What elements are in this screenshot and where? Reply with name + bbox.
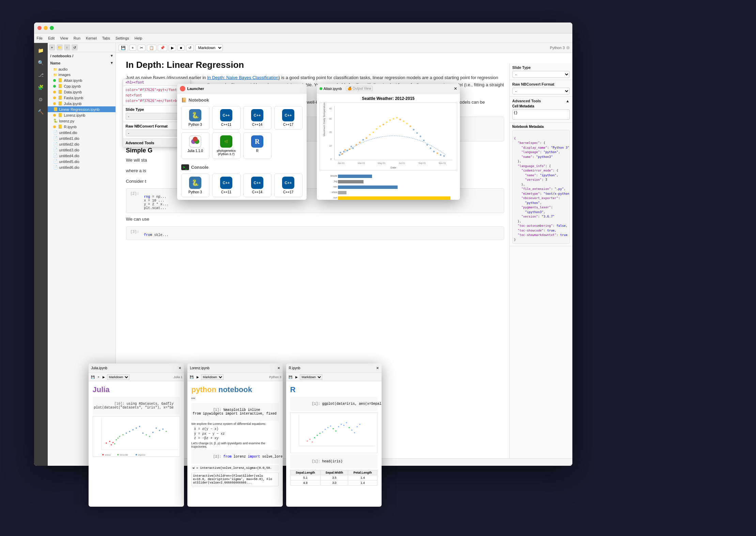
cpp14-kernel-item[interactable]: C++ C++14 <box>243 106 272 130</box>
naive-bayes-link[interactable]: In Depth: Naive Bayes Classification <box>207 75 279 80</box>
phylo-kernel-item[interactable]: 🌿 phylogenetics (Python 3.7) <box>212 132 241 159</box>
status-dot <box>53 102 56 105</box>
upload-button[interactable]: ↑ <box>64 44 70 50</box>
search-icon[interactable]: 🔍 <box>36 58 46 68</box>
lorenz-cell-type[interactable]: Markdown <box>201 374 223 380</box>
sidebar-item-lorenz-py[interactable]: 🐍 lorenz.py <box>48 118 115 124</box>
maximize-button[interactable] <box>50 26 54 30</box>
console-python3-item[interactable]: 🐍 Python 3 <box>181 174 210 197</box>
run-button[interactable]: ▶ <box>169 45 176 51</box>
extensions-icon[interactable]: 🧩 <box>36 83 46 92</box>
cell-metadata-textarea[interactable]: {} <box>512 109 570 120</box>
sidebar-item-cpp[interactable]: 📒 Cpp.ipynb <box>48 83 115 89</box>
sidebar-item-untitled4[interactable]: 📄 untitled4.dio <box>48 153 115 159</box>
menu-run[interactable]: Run <box>74 36 80 40</box>
menu-tabs[interactable]: Tabs <box>102 36 110 40</box>
advanced-tools-header[interactable]: Advanced Tools ▲ <box>512 99 570 103</box>
minimize-button[interactable] <box>44 26 48 30</box>
new-folder-button[interactable]: 📁 <box>57 44 63 50</box>
sidebar-item-untitled5[interactable]: 📄 untitled5.dio <box>48 159 115 164</box>
lorenz-code-2[interactable]: [2]: from lorenz import solve_lorenz <box>191 450 279 464</box>
julia-code-cell[interactable]: [10]: using RDatasets, Gadfly plot(datas… <box>93 397 180 415</box>
sidebar-item-r[interactable]: 📒 R.ipynb <box>48 124 115 130</box>
altair-close-button[interactable]: ✕ <box>454 86 457 91</box>
console-cpp17-item[interactable]: C++ C++17 <box>274 174 303 197</box>
lorenz-code-3[interactable]: w = interactive(solve_lorenz,sigma=(0.0,… <box>191 465 279 471</box>
sidebar-item-untitled2[interactable]: 📄 untitled2.dio <box>48 141 115 147</box>
console-cpp11-item[interactable]: C++ C++11 <box>212 174 241 197</box>
altair-chart-content: Seattle Weather: 2012-2015 Maximum Daily… <box>317 93 460 200</box>
slide-type-select[interactable]: - <box>512 71 570 78</box>
menu-settings[interactable]: Settings <box>115 36 129 40</box>
build-icon[interactable]: 🔨 <box>36 107 46 117</box>
r-head-output-label[interactable]: [1]: head(iris) <box>290 455 377 468</box>
cpp17-kernel-item[interactable]: C++ C++17 <box>274 106 303 130</box>
new-file-button[interactable]: + <box>49 44 55 50</box>
menu-file[interactable]: File <box>37 36 43 40</box>
menu-help[interactable]: Help <box>135 36 142 40</box>
julia-add-btn[interactable]: + <box>97 375 101 379</box>
svg-point-50 <box>433 151 435 152</box>
lorenz-code-1[interactable]: [1]: %matplotlib inline from ipywidgets … <box>191 403 279 421</box>
close-button[interactable] <box>37 26 42 30</box>
r-save-btn[interactable]: 💾 <box>288 375 293 379</box>
sidebar-item-lorenz[interactable]: 📒 Lorenz.ipynb <box>48 112 115 118</box>
copy-button[interactable]: 📋 <box>147 45 156 51</box>
sidebar-item-untitled[interactable]: 📄 untitled.dio <box>48 130 115 135</box>
launcher-close-button[interactable] <box>180 86 185 91</box>
svg-point-80 <box>119 436 120 437</box>
julia-close-button[interactable]: ✕ <box>179 366 181 370</box>
settings-icon[interactable]: ⚙ <box>36 95 46 104</box>
save-button[interactable]: 💾 <box>119 45 128 51</box>
sidebar-item-linear-regression[interactable]: 📒 Linear Regression.ipynb <box>48 106 115 112</box>
sidebar-item-untitled3[interactable]: 📄 untitled3.dio <box>48 147 115 153</box>
stop-button[interactable]: ■ <box>178 45 185 51</box>
r-notebook: R.ipynb ✕ 💾 ▶ Markdown R [1]: ggplot(dat… <box>286 363 382 507</box>
menu-view[interactable]: View <box>60 36 68 40</box>
sidebar-item-data[interactable]: 📒 Data.ipynb <box>48 89 115 95</box>
python3-kernel-item[interactable]: 🐍 Python 3 <box>181 106 210 130</box>
r-code-1[interactable]: [1]: ggplot(data=iris, aes(x=Sepal.Len <box>290 397 377 411</box>
cell-type-select[interactable]: Markdown Code Raw <box>195 44 223 51</box>
julia-cell-type[interactable]: Markdown <box>107 374 129 380</box>
cpp11-kernel-item[interactable]: C++ C++11 <box>212 106 241 130</box>
folder-icon: 📁 <box>53 68 57 71</box>
r-run-btn[interactable]: ▶ <box>294 375 299 379</box>
svg-point-111 <box>327 427 328 429</box>
r-cell-type[interactable]: Markdown <box>300 374 322 380</box>
r-close-button[interactable]: ✕ <box>376 366 379 370</box>
sidebar-item-julia[interactable]: 📒 Julia.ipynb <box>48 101 115 106</box>
lorenz-run-btn[interactable]: ▶ <box>196 375 200 379</box>
folder-icon[interactable]: 📁 <box>36 46 46 55</box>
lorenz-close-button[interactable]: ✕ <box>277 366 280 370</box>
julia-kernel-item[interactable]: Julia 1.1.0 <box>181 132 210 159</box>
sidebar-item-altair[interactable]: 📒 Altair.ipynb <box>48 77 115 83</box>
cell-code-3[interactable]: from skle... <box>141 227 504 240</box>
lorenz-titlebar: Lorenz.ipynb ✕ <box>187 363 283 373</box>
paste-button[interactable]: 📌 <box>158 45 167 51</box>
lorenz-save-btn[interactable]: 💾 <box>189 375 195 379</box>
menu-kernel[interactable]: Kernel <box>86 36 97 40</box>
slide-type-header[interactable]: Slide Type <box>512 65 570 70</box>
sidebar-item-untitled1[interactable]: 📄 untitled1.dio <box>48 135 115 141</box>
bottom-notebooks-row: Julia.ipynb ✕ 💾 + ▶ Markdown Julia 1 Jul… <box>89 363 382 507</box>
sidebar-item-audio[interactable]: 📁 audio <box>48 66 115 72</box>
refresh-button[interactable]: ↺ <box>72 44 78 50</box>
julia-run-btn[interactable]: ▶ <box>102 375 106 379</box>
menu-edit[interactable]: Edit <box>48 36 55 40</box>
julia-save-btn[interactable]: 💾 <box>90 375 96 379</box>
notebook-metadata-json[interactable]: { "kernelspec": { "display_name": "Pytho… <box>512 130 570 244</box>
raw-nbconvert-select[interactable]: - <box>512 88 570 94</box>
sidebar-item-images[interactable]: 📁 images <box>48 72 115 77</box>
menu-bar: File Edit View Run Kernel Tabs Settings … <box>34 33 572 43</box>
add-cell-button[interactable]: + <box>129 45 136 51</box>
console-cpp14-item[interactable]: C++ C++14 <box>243 174 272 197</box>
cut-button[interactable]: ✂ <box>138 45 145 51</box>
console-python3-label: Python 3 <box>188 190 202 194</box>
sidebar-item-fasta[interactable]: 📒 Fasta.ipynb <box>48 95 115 101</box>
git-icon[interactable]: ⎇ <box>36 70 46 80</box>
restart-button[interactable]: ↺ <box>186 45 194 51</box>
r-kernel-item[interactable]: R R <box>243 132 272 159</box>
raw-nbconvert-header[interactable]: Raw NBConvert Format <box>512 82 570 86</box>
sidebar-item-untitled6[interactable]: 📄 untitled6.dio <box>48 164 115 170</box>
